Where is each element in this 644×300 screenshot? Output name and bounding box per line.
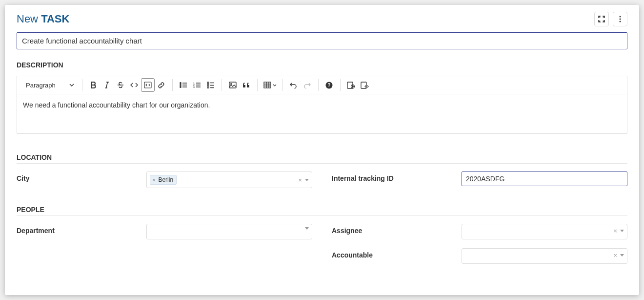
code-icon xyxy=(130,82,138,88)
caret-down-icon[interactable] xyxy=(620,230,624,232)
department-select[interactable] xyxy=(146,224,312,239)
chevron-down-icon xyxy=(273,84,277,86)
task-title-input[interactable] xyxy=(17,32,627,49)
bullet-list-icon xyxy=(180,82,187,88)
clear-icon[interactable]: × xyxy=(613,227,617,235)
block-format-select[interactable]: Paragraph xyxy=(22,80,78,91)
task-list-button[interactable] xyxy=(204,78,218,92)
strikethrough-button[interactable] xyxy=(114,78,127,92)
editor-content: We need a functional accountability char… xyxy=(23,101,210,109)
bullet-list-button[interactable] xyxy=(177,78,190,92)
italic-button[interactable] xyxy=(100,78,114,92)
caret-down-icon[interactable] xyxy=(305,227,309,230)
svg-rect-26 xyxy=(229,82,236,88)
people-section: PEOPLE Department Assignee xyxy=(17,206,627,264)
svg-point-0 xyxy=(620,16,621,18)
kebab-icon xyxy=(619,16,621,22)
source-icon xyxy=(361,82,369,89)
quote-icon xyxy=(243,82,250,88)
city-label: City xyxy=(17,171,139,182)
caret-down-icon[interactable] xyxy=(305,179,309,181)
svg-point-8 xyxy=(180,83,181,84)
link-icon xyxy=(158,82,165,89)
numbered-list-button[interactable]: 123 xyxy=(190,78,204,92)
svg-rect-22 xyxy=(207,85,209,86)
svg-rect-7 xyxy=(144,82,151,88)
table-icon xyxy=(263,82,271,88)
code-block-icon xyxy=(144,82,152,88)
image-button[interactable] xyxy=(226,78,240,92)
location-heading: LOCATION xyxy=(17,153,627,164)
undo-icon xyxy=(290,82,297,88)
svg-rect-20 xyxy=(207,82,209,84)
svg-rect-28 xyxy=(264,82,271,88)
preview-button[interactable] xyxy=(344,78,358,92)
title-new: New xyxy=(17,13,38,25)
modal-body: DESCRIPTION Paragraph xyxy=(5,30,639,293)
description-section: DESCRIPTION Paragraph xyxy=(17,61,627,134)
new-task-modal: New TASK DESCRIPTION xyxy=(5,5,639,295)
numbered-list-icon: 123 xyxy=(193,82,201,88)
help-icon: ? xyxy=(325,82,333,89)
description-heading: DESCRIPTION xyxy=(17,61,627,71)
italic-icon xyxy=(103,82,110,88)
accountable-select[interactable]: × xyxy=(462,248,627,264)
inline-code-button[interactable] xyxy=(127,78,141,92)
people-heading: PEOPLE xyxy=(17,206,627,216)
block-format-label: Paragraph xyxy=(26,82,56,89)
undo-button[interactable] xyxy=(287,78,301,92)
svg-point-37 xyxy=(352,86,354,87)
redo-icon xyxy=(303,82,311,88)
svg-point-27 xyxy=(230,84,232,85)
code-block-button[interactable] xyxy=(141,78,155,92)
modal-header: New TASK xyxy=(5,5,639,30)
link-button[interactable] xyxy=(155,78,168,92)
svg-point-1 xyxy=(620,19,621,20)
svg-text:?: ? xyxy=(328,83,331,88)
source-button[interactable] xyxy=(358,78,372,92)
title-task: TASK xyxy=(41,13,69,25)
svg-point-12 xyxy=(180,86,181,87)
svg-line-5 xyxy=(106,82,107,88)
preview-icon xyxy=(347,82,355,89)
city-tag: × Berlin xyxy=(150,175,177,185)
modal-title: New TASK xyxy=(17,13,69,25)
svg-point-10 xyxy=(180,85,181,86)
help-button[interactable]: ? xyxy=(322,78,336,92)
strikethrough-icon xyxy=(117,82,124,88)
tag-label: Berlin xyxy=(158,176,173,183)
more-actions-button[interactable] xyxy=(613,12,627,26)
blockquote-button[interactable] xyxy=(240,78,253,92)
rich-text-editor: Paragraph xyxy=(17,76,627,134)
bold-icon xyxy=(90,82,97,88)
department-label: Department xyxy=(17,224,139,235)
accountable-label: Accountable xyxy=(332,248,454,259)
expand-icon xyxy=(598,16,605,22)
assignee-label: Assignee xyxy=(332,224,454,235)
table-button[interactable] xyxy=(262,78,279,92)
svg-rect-24 xyxy=(207,87,209,88)
svg-point-2 xyxy=(620,21,621,22)
editor-toolbar: Paragraph xyxy=(17,76,627,94)
assignee-select[interactable]: × xyxy=(462,224,627,239)
tracking-id-input[interactable] xyxy=(462,171,627,186)
clear-icon[interactable]: × xyxy=(298,176,302,184)
city-select[interactable]: × Berlin × xyxy=(146,171,312,188)
chevron-down-icon xyxy=(69,84,74,86)
editor-textarea[interactable]: We need a functional accountability char… xyxy=(17,94,627,133)
header-actions xyxy=(594,12,627,26)
caret-down-icon[interactable] xyxy=(620,254,624,257)
tag-remove-icon[interactable]: × xyxy=(152,177,155,183)
location-section: LOCATION City × Berlin × xyxy=(17,153,627,188)
redo-button[interactable] xyxy=(301,78,314,92)
bold-button[interactable] xyxy=(86,78,100,92)
svg-text:3: 3 xyxy=(193,86,195,88)
task-list-icon xyxy=(207,82,215,88)
image-icon xyxy=(229,82,237,88)
tracking-id-label: Internal tracking ID xyxy=(332,171,454,182)
clear-icon[interactable]: × xyxy=(613,252,617,259)
fullscreen-button[interactable] xyxy=(594,12,609,26)
